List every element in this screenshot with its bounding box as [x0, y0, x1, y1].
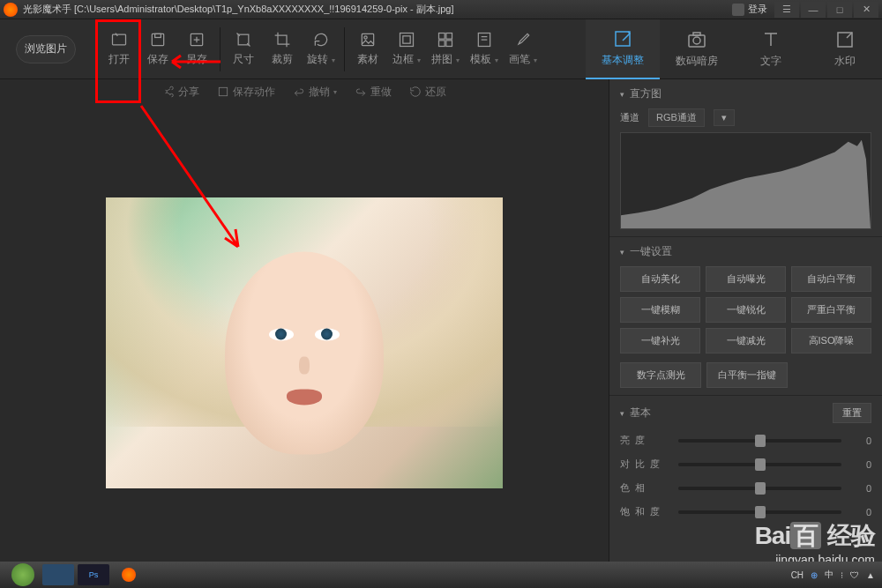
- crop-icon: [273, 31, 291, 48]
- undo-button[interactable]: 撤销 ▾: [293, 85, 337, 100]
- saturation-label: 饱和度: [620, 505, 669, 518]
- hue-slider-row: 色相 0: [620, 481, 871, 495]
- brush-icon: [514, 31, 532, 48]
- collage-button[interactable]: 拼图 ▾: [426, 25, 465, 74]
- svg-rect-17: [693, 33, 700, 35]
- save-button[interactable]: 保存: [138, 25, 177, 74]
- svg-rect-9: [439, 33, 445, 40]
- histogram-title[interactable]: 直方图: [620, 86, 871, 101]
- contrast-label: 对比度: [620, 458, 669, 471]
- histogram-section: 直方图 通道 RGB通道 ▾: [609, 79, 882, 237]
- redo-button[interactable]: 重做: [355, 85, 392, 100]
- svg-rect-7: [400, 33, 414, 47]
- svg-rect-1: [152, 33, 163, 45]
- fill-light-button[interactable]: 一键补光: [620, 328, 700, 354]
- reset-button[interactable]: 重置: [833, 403, 871, 423]
- close-button[interactable]: ✕: [854, 2, 878, 18]
- contrast-value: 0: [850, 459, 871, 470]
- share-button[interactable]: 分享: [162, 85, 199, 100]
- auto-exposure-button[interactable]: 自动曝光: [706, 266, 786, 292]
- login-button[interactable]: 登录: [732, 3, 767, 16]
- saturation-slider-row: 饱和度 0: [620, 505, 871, 518]
- taskbar-app-1[interactable]: [42, 564, 74, 585]
- camera-icon: [686, 29, 707, 50]
- open-icon: [110, 31, 128, 48]
- collage-icon: [437, 31, 454, 48]
- material-button[interactable]: 素材: [348, 25, 387, 74]
- svg-rect-0: [113, 34, 126, 45]
- toolbar: 浏览图片 打开 保存 另存 尺寸 裁剪 旋转 ▾ 素材 边框 ▾ 拼图 ▾ 模板…: [0, 19, 882, 79]
- svg-rect-8: [403, 36, 410, 43]
- size-button[interactable]: 尺寸: [224, 25, 263, 74]
- minimize-button[interactable]: —: [801, 2, 826, 18]
- tab-watermark[interactable]: 水印: [808, 19, 882, 79]
- taskbar-app-ps[interactable]: Ps: [78, 564, 109, 585]
- rotate-button[interactable]: 旋转 ▾: [302, 25, 340, 74]
- basic-title[interactable]: 基本 重置: [620, 403, 871, 423]
- svg-rect-4: [238, 34, 249, 45]
- sharpen-button[interactable]: 一键锐化: [706, 297, 786, 323]
- basic-section: 基本 重置 亮度 0 对比度 0 色相 0 饱和度 0: [609, 396, 882, 525]
- svg-rect-11: [439, 41, 445, 47]
- channel-select[interactable]: RGB通道: [648, 108, 705, 127]
- titlebar: 光影魔术手 [C:\Users\Administrator\Desktop\T1…: [0, 0, 882, 19]
- hue-label: 色相: [620, 481, 669, 495]
- blur-button[interactable]: 一键模糊: [620, 297, 700, 323]
- titlebar-text: 光影魔术手 [C:\Users\Administrator\Desktop\T1…: [23, 3, 732, 16]
- tab-text[interactable]: 文字: [734, 19, 808, 79]
- rotate-icon: [312, 31, 330, 48]
- auto-beautify-button[interactable]: 自动美化: [620, 266, 700, 292]
- taskbar: Ps CH ⊕ 中 ⁝ 🛡 ▲: [0, 562, 882, 588]
- hue-value: 0: [850, 483, 871, 494]
- svg-rect-2: [155, 33, 161, 37]
- canvas-image[interactable]: [106, 197, 503, 488]
- tab-darkroom[interactable]: 数码暗房: [660, 19, 734, 79]
- wb-one-key-button[interactable]: 白平衡一指键: [706, 362, 788, 388]
- brightness-label: 亮度: [620, 434, 669, 447]
- open-button[interactable]: 打开: [100, 25, 138, 74]
- channel-dropdown[interactable]: ▾: [714, 109, 735, 126]
- svg-point-16: [693, 37, 700, 44]
- tab-basic[interactable]: 基本调整: [586, 19, 660, 79]
- file-path: [C:\Users\Administrator\Desktop\T1p_YnXb…: [74, 4, 453, 14]
- svg-point-6: [364, 36, 367, 39]
- spot-meter-button[interactable]: 数字点测光: [620, 362, 701, 388]
- reduce-light-button[interactable]: 一键减光: [706, 328, 786, 354]
- system-tray[interactable]: CH ⊕ 中 ⁝ 🛡 ▲: [791, 569, 875, 581]
- iso-noise-button[interactable]: 高ISO降噪: [791, 328, 871, 354]
- template-button[interactable]: 模板 ▾: [465, 25, 504, 74]
- frame-icon: [398, 31, 415, 48]
- histogram-chart: [620, 132, 871, 229]
- brush-button[interactable]: 画笔 ▾: [504, 25, 542, 74]
- material-icon: [359, 31, 377, 48]
- one-click-title[interactable]: 一键设置: [620, 244, 871, 259]
- save-as-icon: [188, 31, 206, 48]
- svg-rect-10: [446, 33, 452, 40]
- restore-button[interactable]: 还原: [409, 85, 446, 100]
- frame-button[interactable]: 边框 ▾: [387, 25, 426, 74]
- saturation-slider[interactable]: [678, 510, 841, 514]
- auto-wb-button[interactable]: 自动白平衡: [791, 266, 871, 292]
- crop-button[interactable]: 裁剪: [263, 25, 302, 74]
- svg-rect-5: [362, 33, 373, 45]
- action-bar: 分享 保存动作 撤销 ▾ 重做 还原: [0, 79, 609, 104]
- text-icon: [760, 29, 781, 50]
- basic-adjust-icon: [612, 28, 633, 49]
- severe-wb-button[interactable]: 严重白平衡: [791, 297, 871, 323]
- one-click-section: 一键设置 自动美化 自动曝光 自动白平衡 一键模糊 一键锐化 严重白平衡 一键补…: [609, 237, 882, 396]
- svg-rect-14: [616, 32, 630, 46]
- save-icon: [149, 31, 167, 48]
- taskbar-app-3[interactable]: [113, 564, 145, 585]
- start-button[interactable]: [7, 564, 39, 585]
- brightness-value: 0: [850, 435, 871, 446]
- canvas-area[interactable]: 分享 保存动作 撤销 ▾ 重做 还原: [0, 79, 609, 562]
- hue-slider[interactable]: [678, 487, 841, 490]
- contrast-slider[interactable]: [678, 463, 841, 466]
- settings-window-button[interactable]: ☰: [774, 2, 799, 18]
- brightness-slider[interactable]: [678, 439, 841, 443]
- browse-button[interactable]: 浏览图片: [16, 35, 76, 63]
- maximize-button[interactable]: □: [827, 2, 852, 18]
- save-as-button[interactable]: 另存: [177, 25, 216, 74]
- save-action-button[interactable]: 保存动作: [217, 85, 275, 100]
- contrast-slider-row: 对比度 0: [620, 458, 871, 471]
